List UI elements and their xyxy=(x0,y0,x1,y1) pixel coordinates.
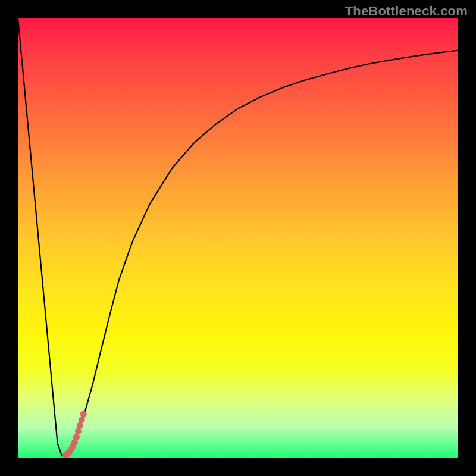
highlight-dot xyxy=(79,416,85,423)
chart-frame: TheBottleneck.com xyxy=(0,0,476,476)
highlight-dot xyxy=(77,422,83,429)
highlight-dot xyxy=(80,411,87,418)
highlight-segment xyxy=(62,411,87,459)
highlight-dot xyxy=(62,452,69,458)
chart-svg xyxy=(18,18,458,458)
highlight-dot xyxy=(75,428,82,434)
watermark-text: TheBottleneck.com xyxy=(345,4,468,19)
chart-plot-area xyxy=(18,18,458,458)
bottleneck-curve xyxy=(18,18,458,456)
